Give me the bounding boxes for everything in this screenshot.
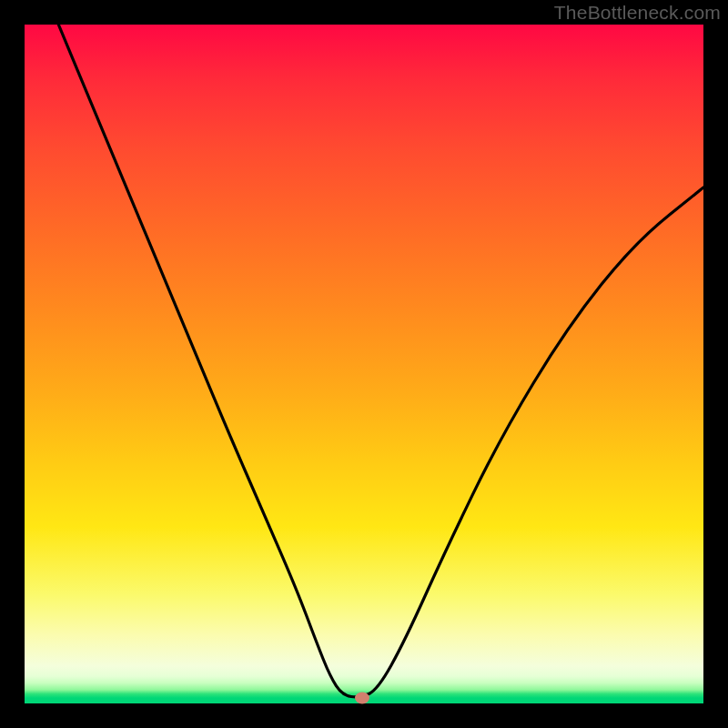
optimum-marker xyxy=(355,693,369,704)
plot-area xyxy=(25,25,703,703)
bottleneck-curve xyxy=(25,25,703,703)
watermark-text: TheBottleneck.com xyxy=(554,2,721,24)
chart-frame: TheBottleneck.com xyxy=(0,0,728,728)
